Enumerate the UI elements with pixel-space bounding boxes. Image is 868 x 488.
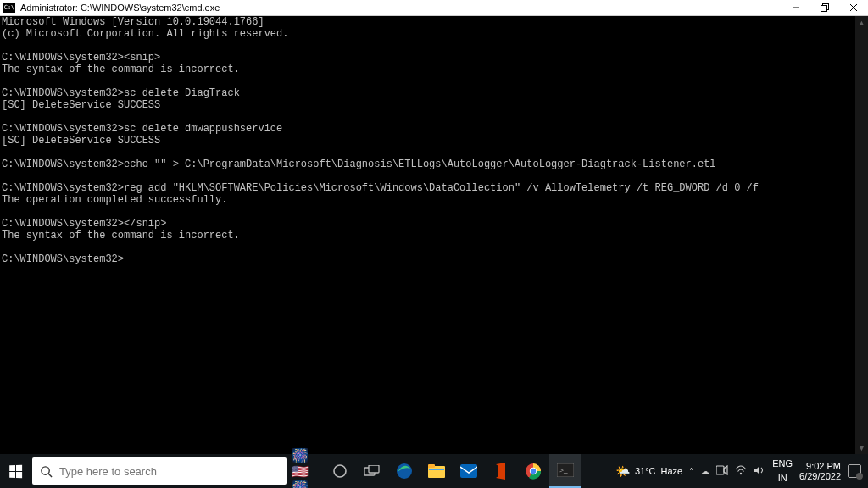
svg-rect-12 [428,464,435,468]
terminal-line: [SC] DeleteService SUCCESS [2,99,854,111]
clock[interactable]: 9:02 PM 6/29/2022 [799,461,841,481]
action-center-icon[interactable] [848,464,861,478]
scroll-down-icon[interactable]: ▼ [855,441,868,454]
close-button[interactable] [839,0,868,15]
terminal-line [2,111,854,123]
network-icon[interactable] [735,465,747,477]
cmd-icon: C:\ [3,3,15,13]
mail-icon[interactable] [453,454,485,488]
terminal-area: Microsoft Windows [Version 10.0.19044.17… [0,16,868,454]
taskbar: Type here to search 🎆🇺🇸🎆 [0,454,868,488]
terminal-line [2,206,854,218]
titlebar-left: C:\ Administrator: C:\WINDOWS\system32\c… [3,3,220,13]
svg-point-5 [41,466,48,474]
svg-rect-11 [428,466,445,478]
search-icon [32,465,59,478]
terminal-line: C:\WINDOWS\system32>sc delete dmwappushs… [2,123,854,135]
office-icon[interactable] [485,454,517,488]
svg-point-21 [740,473,742,474]
edge-icon[interactable] [388,454,420,488]
weather-widget[interactable]: 🌤️ 31°C Haze [615,464,682,478]
cortana-icon[interactable] [324,454,356,488]
window-controls [782,0,868,15]
svg-rect-20 [716,466,724,474]
windows-logo-icon [9,464,22,477]
minimize-button[interactable] [782,0,810,15]
language-indicator[interactable]: ENG IN [772,459,793,483]
terminal-line [2,170,854,182]
terminal-line: C:\WINDOWS\system32>echo "" > C:\Program… [2,158,854,170]
file-explorer-icon[interactable] [420,454,453,488]
terminal-line: (c) Microsoft Corporation. All rights re… [2,28,854,40]
terminal-line: C:\WINDOWS\system32>reg add "HKLM\SOFTWA… [2,182,854,194]
chrome-icon[interactable] [517,454,549,488]
system-tray: 🌤️ 31°C Haze ˄ ☁ ENG IN 9:02 PM 6/29/202… [615,459,868,483]
lang-primary: ENG [772,459,793,469]
titlebar: C:\ Administrator: C:\WINDOWS\system32\c… [0,0,868,16]
start-button[interactable] [0,454,31,488]
terminal-line [2,75,854,87]
svg-text:>_: >_ [559,466,568,474]
terminal-line: C:\WINDOWS\system32><snip> [2,52,854,64]
scroll-up-icon[interactable]: ▲ [855,16,868,29]
terminal-line: C:\WINDOWS\system32>sc delete DiagTrack [2,87,854,99]
volume-icon[interactable] [754,465,765,477]
terminal-line [2,147,854,158]
clock-time: 9:02 PM [806,461,841,471]
onedrive-icon[interactable]: ☁ [700,466,709,477]
svg-rect-2 [821,6,827,12]
terminal-line: Microsoft Windows [Version 10.0.19044.17… [2,16,854,28]
maximize-button[interactable] [810,0,839,15]
lang-secondary: IN [778,474,787,483]
scrollbar[interactable]: ▲ ▼ [855,16,868,454]
terminal-output[interactable]: Microsoft Windows [Version 10.0.19044.17… [0,16,855,454]
terminal-line: The syntax of the command is incorrect. [2,230,854,241]
meet-now-icon[interactable] [716,465,728,477]
svg-rect-13 [429,469,444,470]
terminal-line: C:\WINDOWS\system32></snip> [2,218,854,230]
terminal-line: C:\WINDOWS\system32> [2,253,854,265]
terminal-line: [SC] DeleteService SUCCESS [2,135,854,147]
weather-temp: 31°C [635,466,656,476]
svg-rect-9 [369,465,379,473]
task-view-icon[interactable] [356,454,388,488]
taskbar-search[interactable]: Type here to search [32,458,287,485]
terminal-line [2,241,854,253]
terminal-line: The operation completed successfully. [2,194,854,206]
terminal-line: The syntax of the command is incorrect. [2,64,854,75]
svg-line-6 [48,474,52,477]
scroll-track[interactable] [855,29,868,441]
svg-point-17 [531,469,536,474]
terminal-line [2,40,854,52]
window-title: Administrator: C:\WINDOWS\system32\cmd.e… [20,3,220,13]
svg-rect-14 [460,464,477,478]
tray-chevron-up-icon[interactable]: ˄ [689,467,693,476]
search-placeholder: Type here to search [59,465,157,478]
app-window: C:\ Administrator: C:\WINDOWS\system32\c… [0,0,868,488]
weather-cond: Haze [661,466,683,476]
cmd-taskbar-icon[interactable]: >_ [549,454,581,488]
svg-point-7 [334,465,346,477]
taskbar-pinned: 🎆🇺🇸🎆 >_ [292,454,581,488]
news-widget-icon[interactable]: 🎆🇺🇸🎆 [292,454,324,488]
clock-date: 6/29/2022 [799,471,841,481]
svg-point-10 [397,463,412,479]
weather-icon: 🌤️ [615,464,630,478]
